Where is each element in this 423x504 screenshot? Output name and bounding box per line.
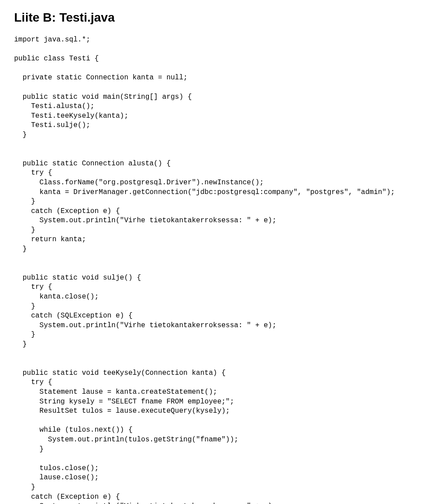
code-block: import java.sql.*; public class Testi { … xyxy=(14,35,409,504)
page-title: Liite B: Testi.java xyxy=(14,11,409,25)
